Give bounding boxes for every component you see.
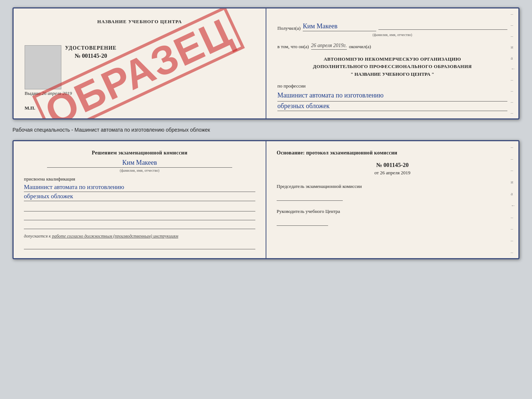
bottom-document: Решением экзаменационной комиссии Ким Ма… xyxy=(12,140,520,259)
qual-line2: обрезных обложек xyxy=(24,193,255,201)
dopuskaetsya-block: допускается к работе согласно должностны… xyxy=(24,234,255,239)
photo-placeholder xyxy=(25,45,61,89)
poluchil-label: Получил(а) xyxy=(277,25,301,31)
blank-line-2 xyxy=(24,213,255,220)
org-line1: АВТОНОМНУЮ НЕКОММЕРЧЕСКУЮ ОРГАНИЗАЦИЮ xyxy=(324,56,461,62)
blank-line-4 xyxy=(24,242,255,249)
resheniem-title: Решением экзаменационной комиссии xyxy=(24,150,255,156)
vydano-date: 26 апреля 2019 xyxy=(42,90,72,96)
udost-title: УДОСТОВЕРЕНИЕ xyxy=(65,45,116,51)
vtom-label: в том, что он(а) xyxy=(277,44,309,50)
org-line2: ДОПОЛНИТЕЛЬНОГО ПРОФЕССИОНАЛЬНОГО ОБРАЗО… xyxy=(313,64,472,69)
profession-line2: обрезных обложек xyxy=(277,102,507,111)
top-doc-left: НАЗВАНИЕ УЧЕБНОГО ЦЕНТРА ОБРАЗЕЦ УДОСТОВ… xyxy=(14,8,266,118)
okonchil-label: окончил(а) xyxy=(349,44,371,50)
qual-line1: Машинист автомата по изготовлению xyxy=(24,184,255,192)
vydano-block: Выдано 26 апреля 2019 xyxy=(25,90,72,96)
po-professii-label: по профессии xyxy=(277,83,507,89)
org-name: " НАЗВАНИЕ УЧЕБНОГО ЦЕНТРА " xyxy=(277,71,507,77)
dash-line xyxy=(378,29,507,30)
bottom-doc-left: Решением экзаменационной комиссии Ким Ма… xyxy=(14,141,266,258)
rukovoditel-block: Руководитель учебного Центра xyxy=(277,208,508,226)
rukovoditel-label: Руководитель учебного Центра xyxy=(277,208,508,215)
komissia-name: Ким Макеев xyxy=(47,159,232,168)
ot-date-value: 26 апреля 2019 xyxy=(380,170,410,175)
blank-line-1 xyxy=(24,204,255,211)
org-block: АВТОНОМНУЮ НЕКОММЕРЧЕСКУЮ ОРГАНИЗАЦИЮ ДО… xyxy=(277,56,507,70)
fio-hint-top: (фамилия, имя, отчество) xyxy=(277,33,507,37)
rukovoditel-sig-line xyxy=(277,217,328,226)
ot-label: от xyxy=(374,170,379,175)
predsedatel-label: Председатель экзаменационной комиссии xyxy=(277,183,508,190)
predsedatel-block: Председатель экзаменационной комиссии xyxy=(277,183,508,201)
mp-block: М.П. xyxy=(25,105,35,111)
ot-date: от 26 апреля 2019 xyxy=(277,170,508,176)
recipient-name: Ким Макеев xyxy=(303,22,376,31)
poluchil-line: Получил(а) Ким Макеев xyxy=(277,22,507,31)
udostoverenie-block: УДОСТОВЕРЕНИЕ № 001145-20 xyxy=(65,45,116,59)
prisvoena-label: присвоена квалификация xyxy=(24,176,255,182)
dopuskaetsya-text: работе согласно должностным (производств… xyxy=(52,234,178,239)
vtom-line: в том, что он(а) 26 апреля 2019г. окончи… xyxy=(277,43,507,50)
bottom-right-margin-dashes: – – – и а ← – – – – xyxy=(511,141,515,258)
caption: Рабочая специальность - Машинист автомат… xyxy=(12,125,520,134)
top-left-title: НАЗВАНИЕ УЧЕБНОГО ЦЕНТРА xyxy=(25,19,255,25)
vydano-label: Выдано xyxy=(25,90,40,96)
udost-number: № 001145-20 xyxy=(65,53,116,59)
bottom-doc-right: Основание: протокол экзаменационной коми… xyxy=(266,141,518,258)
top-doc-right: Получил(а) Ким Макеев (фамилия, имя, отч… xyxy=(266,8,518,118)
dopuskaetsya-label: допускается к xyxy=(24,234,51,239)
osnovanie-title: Основание: протокол экзаменационной коми… xyxy=(277,150,508,156)
top-document: НАЗВАНИЕ УЧЕБНОГО ЦЕНТРА ОБРАЗЕЦ УДОСТОВ… xyxy=(12,7,520,120)
profession-line1: Машинист автомата по изготовлению xyxy=(277,90,507,101)
protocol-number: № 001145-20 xyxy=(277,162,508,168)
blank-line-3 xyxy=(24,222,255,229)
right-margin-dashes: – – – и а ← – – – – xyxy=(511,8,515,118)
predsedatel-sig-line xyxy=(277,192,343,201)
fio-hint-bottom: (фамилия, имя, отчество) xyxy=(24,168,255,172)
completion-date: 26 апреля 2019г. xyxy=(311,43,347,50)
